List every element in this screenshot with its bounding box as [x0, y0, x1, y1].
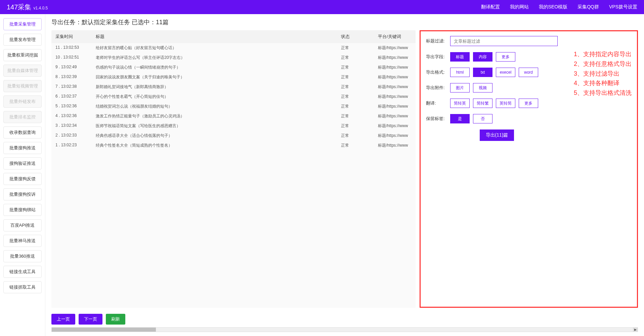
format-option-0[interactable]: html	[450, 68, 470, 77]
sidebar-item-11[interactable]: 批量搜狗投诉	[3, 188, 42, 200]
cell-title: 给好友留言的暖心贴（好友留言短句暖心话）	[96, 45, 341, 51]
table-row[interactable]: 7 . 13:02:38新郎婚礼贺词接地气（新郎高情商致辞）正常标题/https…	[51, 82, 416, 92]
sidebar-item-0[interactable]: 批量采集管理	[3, 18, 42, 30]
translate-option-0[interactable]: 简转英	[450, 99, 470, 108]
table-header-row: 采集时间 标题 状态 平台/关键词	[51, 30, 416, 43]
nav-link-0[interactable]: 翻译配置	[481, 4, 500, 10]
attach-option-0[interactable]: 图片	[450, 83, 470, 92]
format-option-3[interactable]: word	[519, 68, 538, 77]
cell-platform: 标题/https://www	[378, 113, 412, 119]
sidebar-item-7[interactable]: 收录数据查询	[3, 126, 42, 139]
refresh-button[interactable]: 刷新	[106, 314, 125, 325]
sidebar-item-4: 批量短视频管理	[3, 80, 42, 92]
translate-option-3[interactable]: 更多	[519, 99, 538, 108]
note-line-0: 1、支持指定内容导出	[574, 49, 632, 59]
cell-platform: 标题/https://www	[378, 65, 412, 70]
nav-link-4[interactable]: VPS拨号设置	[609, 4, 637, 10]
nav-link-1[interactable]: 我的网站	[510, 4, 529, 10]
nav-link-3[interactable]: 采集QQ群	[577, 4, 599, 10]
keeptag-option-1[interactable]: 否	[473, 114, 492, 123]
cell-title: 伤感的句子说说心情（一瞬间情绪崩溃的句子）	[96, 65, 341, 70]
header-nav: 翻译配置我的网站我的SEO模版采集QQ群VPS拨号设置	[481, 4, 637, 10]
format-options: htmltxtexecelword	[450, 68, 568, 77]
sidebar-item-14[interactable]: 批量神马推送	[3, 235, 42, 247]
table-row[interactable]: 6 . 13:02:37开心的个性签名霸气（开心简短的佳句）正常标题/https…	[51, 92, 416, 102]
scrollbar-thumb[interactable]	[52, 328, 156, 332]
fields-option-2[interactable]: 更多	[496, 52, 515, 62]
note-line-1: 2、支持任意格式导出	[574, 59, 632, 69]
export-form: 标题过滤: 导出字段: 标题内容更多 导出格式: htmltxtexecelwo…	[426, 36, 568, 302]
table-row[interactable]: 4 . 13:02:36激发工作热情正能量句子（激励员工的心灵鸡汤）正常标题/h…	[51, 111, 416, 121]
fields-label: 导出字段:	[426, 54, 450, 60]
fields-option-0[interactable]: 标题	[450, 52, 470, 62]
col-header-status: 状态	[341, 34, 378, 40]
note-line-4: 5、支持导出格式清洗	[574, 88, 632, 98]
cell-title: 医师节祝福语简短文案（写给医生的感恩赠言）	[96, 123, 341, 129]
prev-page-button[interactable]: 上一页	[51, 314, 75, 325]
nav-link-2[interactable]: 我的SEO模版	[539, 4, 568, 10]
cell-time: 2 . 13:02:33	[55, 133, 96, 139]
keeptag-option-0[interactable]: 是	[450, 114, 470, 123]
cell-platform: 标题/https://www	[378, 143, 412, 148]
sidebar-item-13[interactable]: 百度API推送	[3, 219, 42, 231]
cell-status: 正常	[341, 84, 378, 90]
cell-time: 3 . 13:02:34	[55, 123, 96, 129]
cell-title: 新郎婚礼贺词接地气（新郎高情商致辞）	[96, 84, 341, 90]
title-filter-input[interactable]	[450, 36, 558, 46]
header-left: 147采集 v1.4.0.5	[7, 3, 48, 12]
cell-status: 正常	[341, 123, 378, 129]
translate-option-1[interactable]: 简转繁	[473, 99, 492, 108]
cell-title: 经典伤感语录大全（适合心情低落的句子）	[96, 133, 341, 139]
top-header: 147采集 v1.4.0.5 翻译配置我的网站我的SEO模版采集QQ群VPS拨号…	[0, 0, 644, 14]
sidebar-item-1[interactable]: 批量发布管理	[3, 34, 42, 46]
cell-title: 老师对学生的评语怎么写（班主任评语20字左右）	[96, 55, 341, 61]
cell-time: 8 . 13:02:39	[55, 74, 96, 80]
fields-option-1[interactable]: 内容	[473, 52, 492, 62]
sidebar-item-6: 批量排名监控	[3, 111, 42, 123]
page-title: 导出任务：默认指定采集任务 已选中：11篇	[51, 18, 638, 26]
cell-time: 9 . 13:02:49	[55, 65, 96, 70]
cell-status: 正常	[341, 94, 378, 100]
table-row[interactable]: 1 . 13:02:23经典个性签名大全（简短成熟的个性签名）正常标题/http…	[51, 141, 416, 150]
cell-title: 回家的说说发朋友圈文案（关于归途的唯美句子）	[96, 74, 341, 80]
next-page-button[interactable]: 下一页	[79, 314, 102, 325]
pagination-bar: 上一页 下一页 刷新	[51, 314, 638, 325]
app-version: v1.4.0.5	[33, 6, 48, 10]
cell-time: 4 . 13:02:36	[55, 113, 96, 119]
app-title: 147采集	[7, 3, 31, 12]
cell-status: 正常	[341, 55, 378, 61]
horizontal-scrollbar[interactable]: ▶	[51, 327, 638, 332]
table-row[interactable]: 2 . 13:02:33经典伤感语录大全（适合心情低落的句子）正常标题/http…	[51, 131, 416, 141]
format-option-2[interactable]: execel	[496, 68, 515, 77]
cell-platform: 标题/https://www	[378, 94, 412, 100]
format-option-1[interactable]: txt	[473, 68, 492, 77]
attach-option-1[interactable]: 视频	[473, 83, 492, 92]
cell-platform: 标题/https://www	[378, 133, 412, 139]
cell-status: 正常	[341, 133, 378, 139]
scrollbar-arrow-right[interactable]: ▶	[633, 328, 638, 332]
table-row[interactable]: 11 . 13:02:53给好友留言的暖心贴（好友留言短句暖心话）正常标题/ht…	[51, 43, 416, 53]
table-row[interactable]: 8 . 13:02:39回家的说说发朋友圈文案（关于归途的唯美句子）正常标题/h…	[51, 72, 416, 82]
sidebar-item-8[interactable]: 批量搜狗推送	[3, 142, 42, 154]
note-line-3: 4、支持各种翻译	[574, 78, 632, 88]
keeptag-options: 是否	[450, 114, 568, 123]
translate-options: 简转英简转繁英转简更多	[450, 99, 568, 108]
sidebar-item-9[interactable]: 搜狗验证推送	[3, 157, 42, 170]
col-header-time: 采集时间	[55, 34, 96, 40]
table-row[interactable]: 5 . 13:02:36结婚祝贺词怎么说（祝福朋友结婚的短句）正常标题/http…	[51, 102, 416, 111]
table-row[interactable]: 9 . 13:02:49伤感的句子说说心情（一瞬间情绪崩溃的句子）正常标题/ht…	[51, 63, 416, 72]
feature-notes: 1、支持指定内容导出2、支持任意格式导出3、支持过滤导出4、支持各种翻译5、支持…	[574, 36, 632, 302]
translate-option-2[interactable]: 英转简	[496, 99, 515, 108]
cell-title: 激发工作热情正能量句子（激励员工的心灵鸡汤）	[96, 113, 341, 119]
sidebar-item-2[interactable]: 批量权重词挖掘	[3, 49, 42, 61]
sidebar-item-15[interactable]: 批量360推送	[3, 250, 42, 262]
sidebar-item-10[interactable]: 批量搜狗反馈	[3, 173, 42, 185]
sidebar-item-17[interactable]: 链接抓取工具	[3, 281, 42, 293]
keeptag-label: 保留标签:	[426, 116, 450, 122]
table-row[interactable]: 10 . 13:02:51老师对学生的评语怎么写（班主任评语20字左右）正常标题…	[51, 53, 416, 63]
export-button[interactable]: 导出(11)篇	[480, 129, 514, 141]
cell-platform: 标题/https://www	[378, 84, 412, 90]
table-row[interactable]: 3 . 13:02:34医师节祝福语简短文案（写给医生的感恩赠言）正常标题/ht…	[51, 121, 416, 131]
sidebar-item-12[interactable]: 批量搜狗绑站	[3, 204, 42, 216]
sidebar-item-16[interactable]: 链接生成工具	[3, 266, 42, 278]
